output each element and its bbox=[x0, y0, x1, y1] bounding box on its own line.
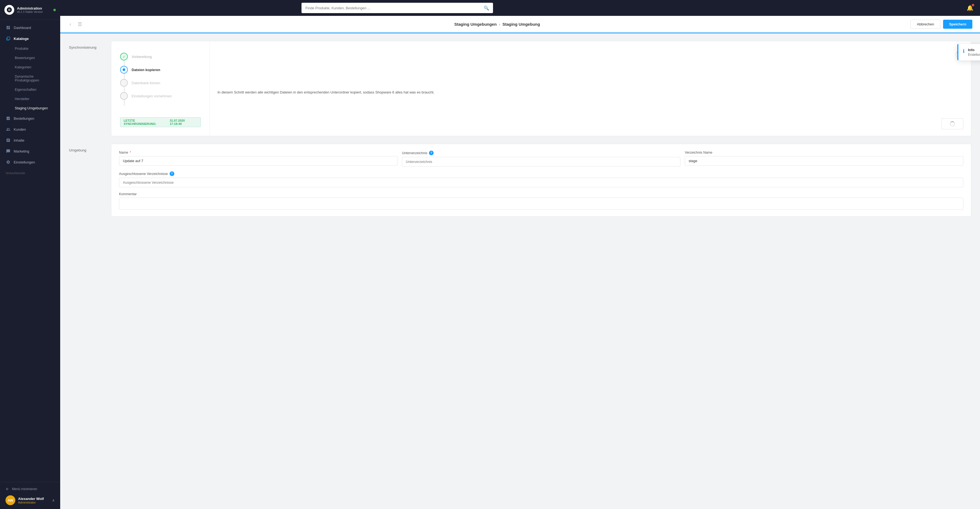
app-logo bbox=[5, 5, 14, 15]
sidebar-item-staging-label: Staging Umgebungen bbox=[15, 106, 48, 110]
sidebar-item-inhalte[interactable]: Inhalte bbox=[0, 135, 60, 146]
back-button[interactable]: ‹ bbox=[68, 21, 73, 28]
step-circle-datenbank bbox=[120, 79, 128, 87]
einstellungen-icon bbox=[5, 159, 11, 165]
umgebung-section: Umgebung Name * bbox=[69, 144, 971, 217]
sidebar-item-kunden-label: Kunden bbox=[14, 127, 26, 132]
user-section[interactable]: AW Alexander Wolf Administrator ∧ bbox=[5, 493, 56, 506]
step-label-datenbank: Datenbank klonen bbox=[132, 81, 160, 85]
form-row-ausgeschlossen: Ausgeschlossene Verzeichnisse ? bbox=[119, 171, 963, 187]
unterverzeichnis-help-icon[interactable]: ? bbox=[429, 151, 434, 155]
sidebar: Administration v6.2.3 Stable Version Das… bbox=[0, 0, 60, 509]
form-card-body: Name * Unterverzeichnis ? bbox=[111, 144, 971, 216]
cancel-button[interactable]: Abbrechen bbox=[910, 20, 940, 29]
notification-badge bbox=[972, 4, 974, 6]
sync-action-area bbox=[218, 118, 963, 129]
main-area: 🔍 🔔 ‹ ☰ Staging Umgebungen › Staging Umg… bbox=[60, 0, 980, 509]
sidebar-item-produkte-label: Produkte bbox=[15, 47, 29, 51]
user-name: Alexander Wolf bbox=[18, 497, 44, 501]
required-indicator: * bbox=[130, 151, 131, 154]
step-circle-einstellungen bbox=[120, 92, 128, 100]
notification-bell[interactable]: 🔔 bbox=[967, 5, 974, 11]
minimize-menu-button[interactable]: Menü minimieren bbox=[5, 485, 56, 493]
header-actions: Abbrechen Speichern bbox=[910, 20, 972, 29]
verzeichnis-label: Verzeichnis Name bbox=[685, 151, 963, 154]
sidebar-item-kataloge[interactable]: Kataloge bbox=[0, 33, 60, 44]
sidebar-item-marketing-label: Marketing bbox=[14, 149, 29, 153]
topbar: 🔍 🔔 bbox=[60, 0, 980, 16]
sidebar-item-kategorien[interactable]: Kategorien bbox=[0, 63, 60, 72]
online-indicator bbox=[53, 9, 56, 11]
bestellungen-icon bbox=[5, 116, 11, 121]
verzeichnis-input[interactable] bbox=[685, 156, 963, 166]
sidebar-item-bestellungen-label: Bestellungen bbox=[14, 116, 34, 121]
sidebar-item-einstellungen[interactable]: Einstellungen bbox=[0, 157, 60, 168]
sidebar-item-kataloge-label: Kataloge bbox=[14, 36, 29, 41]
sidebar-item-hersteller[interactable]: Hersteller bbox=[0, 94, 60, 104]
sidebar-nav: Dashboard Kataloge Produkte Bewertungen … bbox=[0, 20, 60, 482]
sidebar-item-marketing[interactable]: Marketing bbox=[0, 146, 60, 157]
sidebar-item-staging[interactable]: Staging Umgebungen bbox=[0, 104, 60, 113]
step-einstellungen: Einstellungen vornehmen bbox=[120, 89, 201, 103]
save-button[interactable]: Speichern bbox=[943, 20, 972, 29]
form-group-ausgeschlossen: Ausgeschlossene Verzeichnisse ? bbox=[119, 171, 963, 187]
sidebar-item-dynamische[interactable]: Dynamische Produktgruppen bbox=[0, 72, 60, 85]
search-input[interactable] bbox=[305, 6, 484, 10]
form-group-name: Name * bbox=[119, 151, 398, 166]
minimize-label: Menü minimieren bbox=[12, 487, 37, 491]
sidebar-item-bestellungen[interactable]: Bestellungen bbox=[0, 113, 60, 124]
step-label-dateien: Dateien kopieren bbox=[132, 68, 160, 72]
sidebar-item-bewertungen-label: Bewertungen bbox=[15, 56, 35, 60]
user-avatar: AW bbox=[5, 495, 15, 505]
ausgeschlossen-input[interactable] bbox=[119, 178, 963, 187]
kunden-icon bbox=[5, 127, 11, 132]
sidebar-item-hersteller-label: Hersteller bbox=[15, 97, 30, 101]
sales-channels-label: Verkaufskanäle bbox=[0, 168, 60, 176]
kataloge-icon bbox=[5, 36, 11, 41]
umgebung-card: Name * Unterverzeichnis ? bbox=[111, 144, 971, 217]
sidebar-footer: Menü minimieren AW Alexander Wolf Admini… bbox=[0, 482, 60, 509]
sidebar-item-dashboard-label: Dashboard bbox=[14, 26, 31, 30]
marketing-icon bbox=[5, 148, 11, 154]
toast-content: Info Erstellung gestartet! bbox=[968, 48, 980, 57]
breadcrumb: Staging Umgebungen › Staging Umgebung bbox=[87, 22, 907, 27]
menu-button[interactable]: ☰ bbox=[76, 21, 84, 28]
name-label: Name * bbox=[119, 151, 398, 154]
umgebung-label: Umgebung bbox=[69, 144, 105, 152]
last-sync-label: LETZTE SYNCHRONISIERUNG: bbox=[124, 119, 168, 125]
form-group-unterverzeichnis: Unterverzeichnis ? bbox=[402, 151, 681, 166]
sidebar-item-bewertungen[interactable]: Bewertungen bbox=[0, 53, 60, 63]
synchronization-section: Synchronisierung ✓ Vorbereitung bbox=[69, 41, 971, 136]
sync-desc-text: In diesem Schritt werden alle wichtigen … bbox=[218, 90, 963, 95]
kommentar-label: Kommentar bbox=[119, 192, 963, 196]
step-circle-vorbereitung: ✓ bbox=[120, 53, 128, 60]
form-row-kommentar: Kommentar bbox=[119, 192, 963, 210]
last-sync-value: 31.07.2020 17:18:49 bbox=[170, 119, 197, 125]
form-group-kommentar: Kommentar bbox=[119, 192, 963, 210]
form-row-1: Name * Unterverzeichnis ? bbox=[119, 151, 963, 166]
sidebar-item-dashboard[interactable]: Dashboard bbox=[0, 22, 60, 33]
content-area: Synchronisierung ✓ Vorbereitung bbox=[60, 33, 980, 509]
breadcrumb-separator: › bbox=[499, 22, 500, 27]
sync-loading-button[interactable] bbox=[942, 118, 963, 129]
name-input[interactable] bbox=[119, 156, 398, 166]
app-name: Administration bbox=[17, 6, 43, 11]
unterverzeichnis-label: Unterverzeichnis ? bbox=[402, 151, 681, 155]
sync-card-inner: ✓ Vorbereitung Dateien kopieren bbox=[111, 41, 971, 136]
toast-info-icon: ℹ bbox=[963, 48, 965, 54]
last-sync-badge: LETZTE SYNCHRONISIERUNG: 31.07.2020 17:1… bbox=[120, 117, 201, 127]
step-datenbank: Datenbank klonen bbox=[120, 76, 201, 89]
ausgeschlossen-label: Ausgeschlossene Verzeichnisse ? bbox=[119, 171, 963, 176]
sidebar-item-eigenschaften-label: Eigenschaften bbox=[15, 88, 37, 92]
sync-description: In diesem Schritt werden alle wichtigen … bbox=[210, 41, 971, 136]
kommentar-input[interactable] bbox=[119, 198, 963, 210]
app-info: Administration v6.2.3 Stable Version bbox=[17, 6, 43, 14]
sync-steps: ✓ Vorbereitung Dateien kopieren bbox=[111, 41, 210, 136]
ausgeschlossen-help-icon[interactable]: ? bbox=[170, 171, 174, 176]
sidebar-item-kunden[interactable]: Kunden bbox=[0, 124, 60, 135]
inhalte-icon bbox=[5, 138, 11, 143]
sidebar-item-dynamische-label: Dynamische Produktgruppen bbox=[15, 75, 55, 82]
sidebar-item-produkte[interactable]: Produkte bbox=[0, 44, 60, 53]
unterverzeichnis-input[interactable] bbox=[402, 157, 681, 166]
sidebar-item-eigenschaften[interactable]: Eigenschaften bbox=[0, 85, 60, 94]
